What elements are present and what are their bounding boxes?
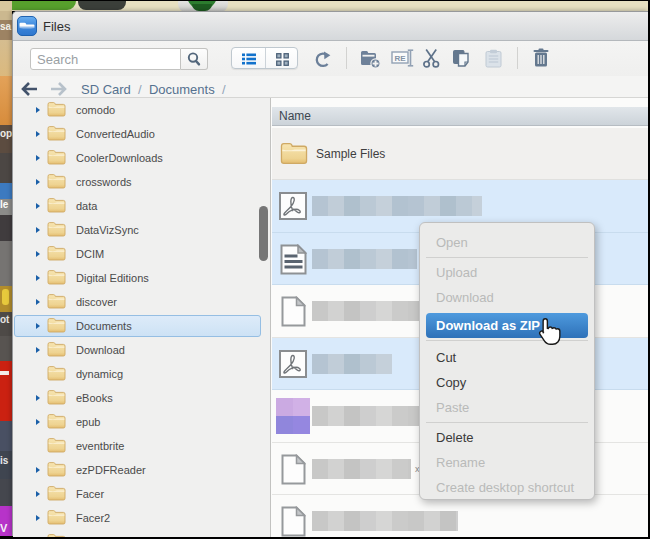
svg-text:RE: RE — [394, 54, 406, 63]
